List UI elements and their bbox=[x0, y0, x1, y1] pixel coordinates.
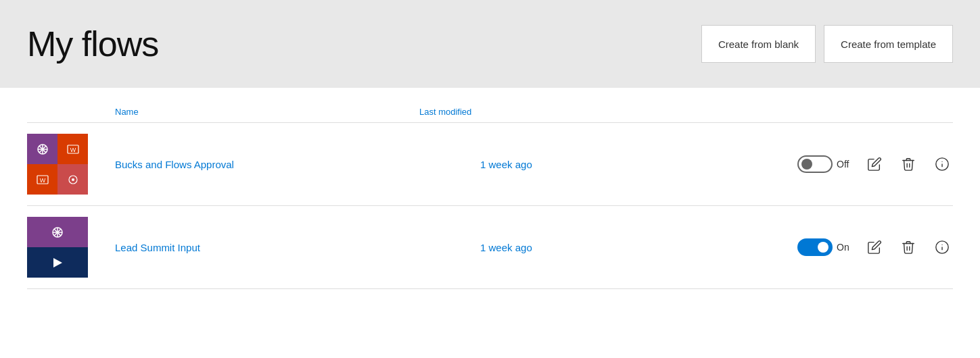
toggle-label-2: On bbox=[837, 242, 851, 253]
create-from-blank-button[interactable]: Create from blank bbox=[701, 25, 816, 63]
delete-button-2[interactable] bbox=[897, 236, 919, 258]
info-icon bbox=[935, 240, 950, 255]
notification-icon bbox=[66, 173, 80, 186]
flows-content: Name Last modified W bbox=[0, 88, 980, 303]
svg-marker-19 bbox=[53, 258, 62, 267]
flow-modified-1: 1 week ago bbox=[480, 159, 797, 170]
toggle-knob-1 bbox=[801, 159, 812, 170]
flow-arrow-icon bbox=[50, 255, 65, 270]
dynamics-icon bbox=[35, 142, 50, 157]
edit-button-2[interactable] bbox=[864, 236, 885, 258]
toggle-label-1: Off bbox=[837, 159, 851, 170]
info-button-2[interactable] bbox=[931, 236, 953, 258]
svg-text:W: W bbox=[39, 177, 45, 184]
col-modified-header: Last modified bbox=[419, 107, 953, 117]
office-icon-2: W bbox=[36, 173, 49, 186]
edit-icon bbox=[867, 240, 882, 255]
create-from-template-button[interactable]: Create from template bbox=[824, 25, 953, 63]
flow-actions-1: Off bbox=[797, 153, 953, 175]
info-button-1[interactable] bbox=[931, 153, 953, 175]
page-header: My flows Create from blank Create from t… bbox=[0, 0, 980, 88]
col-name-header: Name bbox=[27, 107, 419, 117]
trash-icon bbox=[901, 240, 916, 255]
office-icon: W bbox=[66, 143, 80, 156]
table-row: Lead Summit Input 1 week ago On bbox=[27, 206, 953, 289]
flow-name-1[interactable]: Bucks and Flows Approval bbox=[115, 159, 480, 170]
icon-quadrant-tl bbox=[27, 134, 57, 164]
flow-toggle-1[interactable]: Off bbox=[797, 155, 851, 173]
toggle-switch-1[interactable] bbox=[797, 155, 833, 173]
table-row: W W Bucks and Flows Approval 1 week ago bbox=[27, 123, 953, 206]
icon-quadrant-tr: W bbox=[57, 134, 88, 164]
edit-icon bbox=[867, 157, 882, 172]
flow-icon-1: W W bbox=[27, 134, 88, 195]
flow-actions-2: On bbox=[797, 236, 953, 258]
svg-point-10 bbox=[72, 178, 74, 181]
table-header: Name Last modified bbox=[27, 101, 953, 123]
flow-name-2[interactable]: Lead Summit Input bbox=[115, 242, 480, 253]
flow-toggle-2[interactable]: On bbox=[797, 238, 851, 256]
page-title: My flows bbox=[27, 24, 158, 64]
info-icon bbox=[935, 157, 950, 172]
svg-text:W: W bbox=[70, 147, 76, 153]
icon-quadrant-bl: W bbox=[27, 164, 57, 195]
flow-modified-2: 1 week ago bbox=[480, 242, 797, 253]
icon-top-half bbox=[27, 217, 88, 247]
edit-button-1[interactable] bbox=[864, 153, 885, 175]
toggle-knob-2 bbox=[818, 242, 829, 253]
toggle-track-1[interactable] bbox=[797, 155, 833, 173]
delete-button-1[interactable] bbox=[897, 153, 919, 175]
dynamics-icon-2 bbox=[50, 225, 65, 240]
icon-quadrant-br bbox=[57, 164, 88, 195]
header-actions: Create from blank Create from template bbox=[701, 25, 953, 63]
toggle-track-2[interactable] bbox=[797, 238, 833, 256]
icon-bottom-half bbox=[27, 247, 88, 278]
trash-icon bbox=[901, 157, 916, 172]
toggle-switch-2[interactable] bbox=[797, 238, 833, 256]
flow-icon-2 bbox=[27, 217, 88, 278]
